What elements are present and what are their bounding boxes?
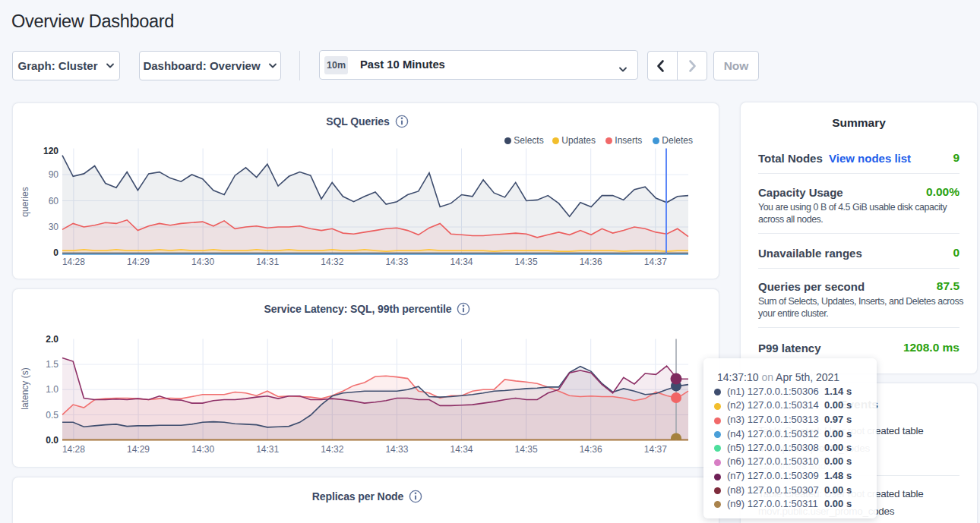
svg-text:60: 60 xyxy=(49,196,59,206)
svg-text:14:37: 14:37 xyxy=(644,257,667,267)
svg-text:2.0: 2.0 xyxy=(46,334,58,345)
svg-text:14:32: 14:32 xyxy=(321,257,343,267)
svg-text:90: 90 xyxy=(49,169,59,180)
svg-text:14:28: 14:28 xyxy=(62,444,85,455)
svg-text:14:36: 14:36 xyxy=(580,444,602,455)
svg-text:14:35: 14:35 xyxy=(515,257,538,267)
svg-text:14:36: 14:36 xyxy=(580,257,602,267)
svg-text:14:30: 14:30 xyxy=(191,444,214,455)
svg-text:14:37: 14:37 xyxy=(644,444,667,455)
svg-text:latency (s): latency (s) xyxy=(20,367,30,409)
svg-text:0.0: 0.0 xyxy=(46,435,58,446)
svg-text:1.5: 1.5 xyxy=(46,359,58,370)
svg-text:14:31: 14:31 xyxy=(256,257,279,267)
svg-text:14:35: 14:35 xyxy=(515,444,538,455)
svg-text:14:29: 14:29 xyxy=(127,444,150,455)
svg-text:queries: queries xyxy=(20,187,30,216)
svg-text:0.5: 0.5 xyxy=(46,410,58,421)
svg-text:14:30: 14:30 xyxy=(191,257,214,267)
svg-text:14:33: 14:33 xyxy=(385,257,408,267)
svg-text:14:33: 14:33 xyxy=(385,444,408,455)
svg-text:14:34: 14:34 xyxy=(450,444,473,455)
svg-text:14:32: 14:32 xyxy=(321,444,343,455)
svg-text:14:34: 14:34 xyxy=(450,257,473,267)
svg-text:0: 0 xyxy=(53,247,58,258)
svg-text:1.0: 1.0 xyxy=(46,384,58,395)
svg-text:14:29: 14:29 xyxy=(127,257,150,267)
svg-text:14:31: 14:31 xyxy=(256,444,279,455)
svg-text:14:28: 14:28 xyxy=(62,257,85,267)
svg-text:30: 30 xyxy=(49,222,59,232)
svg-text:120: 120 xyxy=(43,146,58,156)
